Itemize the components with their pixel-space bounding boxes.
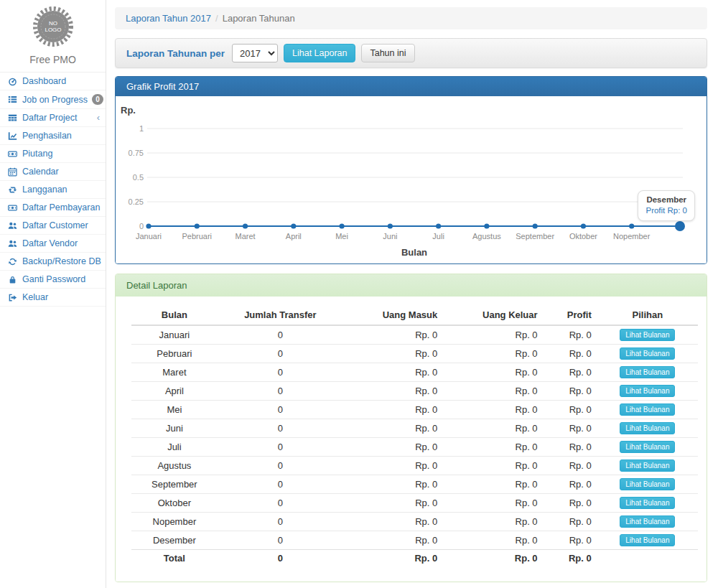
sign-out-icon	[7, 293, 18, 302]
count-badge: 0	[92, 94, 103, 105]
column-header-pilihan: Pilihan	[597, 305, 698, 325]
lihat-bulanan-button[interactable]: Lihat Bulanan	[620, 534, 675, 546]
sidebar-item-calendar[interactable]: Calendar	[0, 163, 106, 181]
cell-profit: Rp. 0	[544, 419, 597, 438]
profit-chart-panel: Grafik Profit 2017 Rp. Bulan Desember Pr…	[115, 76, 707, 264]
cell-pilihan: Lihat Bulanan	[597, 438, 698, 457]
data-point-september[interactable]	[533, 223, 538, 228]
sidebar-item-label: Calendar	[22, 167, 59, 177]
lihat-bulanan-button[interactable]: Lihat Bulanan	[620, 478, 675, 490]
data-point-oktober[interactable]	[581, 223, 586, 228]
cell-jumlah-transfer: 0	[218, 325, 343, 345]
sidebar-item-piutang[interactable]: Piutang	[0, 145, 106, 163]
tasks-list-icon	[7, 95, 18, 104]
lihat-bulanan-button[interactable]: Lihat Bulanan	[620, 459, 675, 472]
cell-profit: Rp. 0	[544, 401, 597, 419]
sidebar-item-daftar-project[interactable]: Daftar Project‹	[0, 109, 106, 127]
cell-uang-masuk: Rp. 0	[343, 513, 443, 531]
cell-jumlah-transfer: 0	[218, 475, 343, 494]
chevron-left-icon: ‹	[97, 114, 100, 121]
data-point-nopember[interactable]	[629, 223, 634, 228]
cell-profit: Rp. 0	[544, 363, 597, 382]
cell-uang-masuk: Rp. 0	[343, 363, 443, 382]
lihat-bulanan-button[interactable]: Lihat Bulanan	[620, 515, 675, 528]
breadcrumb-current: Laporan Tahunan	[223, 13, 295, 24]
cell-pilihan: Lihat Bulanan	[597, 494, 698, 513]
sidebar-item-label: Ganti Password	[22, 274, 85, 284]
users-icon	[7, 221, 18, 230]
lihat-laporan-button[interactable]: Lihat Laporan	[284, 44, 355, 62]
tahun-ini-button[interactable]: Tahun ini	[361, 44, 414, 62]
lihat-bulanan-button[interactable]: Lihat Bulanan	[620, 385, 675, 397]
cell-uang-keluar: Rp. 0	[443, 494, 543, 513]
sidebar-item-penghasilan[interactable]: Penghasilan	[0, 127, 106, 145]
cell-uang-masuk: Rp. 0	[343, 457, 443, 475]
cell-jumlah-transfer: 0	[218, 363, 343, 382]
total-cell-uang-masuk: Rp. 0	[343, 550, 443, 567]
breadcrumb-link-laporan-tahun[interactable]: Laporan Tahun 2017	[126, 13, 211, 24]
data-point-desember[interactable]	[675, 221, 685, 231]
y-axis-title: Rp.	[121, 105, 136, 116]
lihat-bulanan-button[interactable]: Lihat Bulanan	[620, 441, 675, 453]
cell-uang-masuk: Rp. 0	[343, 345, 443, 363]
sidebar-item-langganan[interactable]: Langganan	[0, 181, 106, 199]
line-chart-icon	[7, 131, 18, 141]
sidebar-item-backup-restore-db[interactable]: Backup/Restore DB	[0, 253, 106, 271]
sidebar-menu: DashboardJob on Progress0Daftar Project‹…	[0, 73, 106, 307]
cell-jumlah-transfer: 0	[218, 531, 343, 550]
table-row: Januari0Rp. 0Rp. 0Rp. 0Lihat Bulanan	[131, 325, 698, 345]
cell-bulan: Agustus	[131, 457, 218, 475]
lihat-bulanan-button[interactable]: Lihat Bulanan	[620, 366, 675, 378]
sidebar-item-ganti-password[interactable]: Ganti Password	[0, 271, 106, 289]
table-row: Maret0Rp. 0Rp. 0Rp. 0Lihat Bulanan	[131, 363, 698, 382]
table-row: Pebruari0Rp. 0Rp. 0Rp. 0Lihat Bulanan	[131, 345, 698, 363]
sidebar-item-daftar-pembayaran[interactable]: Daftar Pembayaran	[0, 199, 106, 217]
cell-profit: Rp. 0	[544, 475, 597, 494]
cell-pilihan: Lihat Bulanan	[597, 401, 698, 419]
data-point-mei[interactable]	[339, 223, 344, 228]
lihat-bulanan-button[interactable]: Lihat Bulanan	[620, 347, 675, 360]
cell-uang-keluar: Rp. 0	[443, 325, 543, 345]
cell-profit: Rp. 0	[544, 531, 597, 550]
cell-bulan: Desember	[131, 531, 218, 550]
cell-uang-masuk: Rp. 0	[343, 325, 443, 345]
sidebar-item-dashboard[interactable]: Dashboard	[0, 73, 106, 90]
lihat-bulanan-button[interactable]: Lihat Bulanan	[620, 497, 675, 509]
sidebar-item-job-on-progress[interactable]: Job on Progress0	[0, 90, 106, 109]
cell-bulan: Januari	[131, 325, 218, 345]
detail-panel-title: Detail Laporan	[116, 274, 707, 297]
cell-pilihan: Lihat Bulanan	[597, 345, 698, 363]
data-point-april[interactable]	[291, 223, 296, 228]
cell-jumlah-transfer: 0	[218, 401, 343, 419]
total-cell-pilihan	[597, 550, 698, 567]
data-point-pebruari[interactable]	[195, 223, 200, 228]
sidebar-item-daftar-vendor[interactable]: Daftar Vendor	[0, 235, 106, 253]
cell-pilihan: Lihat Bulanan	[597, 457, 698, 475]
y-tick-label: 0	[116, 222, 144, 230]
main-wrapper: NO LOGO Free PMO DashboardJob on Progres…	[0, 0, 718, 588]
sidebar-item-daftar-customer[interactable]: Daftar Customer	[0, 217, 106, 235]
cell-profit: Rp. 0	[544, 382, 597, 401]
cell-pilihan: Lihat Bulanan	[597, 513, 698, 531]
cell-profit: Rp. 0	[544, 513, 597, 531]
data-point-juni[interactable]	[388, 223, 393, 228]
lihat-bulanan-button[interactable]: Lihat Bulanan	[620, 329, 675, 341]
filter-label: Laporan Tahunan per	[126, 48, 225, 59]
data-point-juli[interactable]	[436, 223, 441, 228]
data-point-maret[interactable]	[243, 223, 248, 228]
profit-chart: Rp. Bulan Desember Profit Rp: 0 00.250.5…	[116, 96, 707, 263]
cell-jumlah-transfer: 0	[218, 382, 343, 401]
year-select[interactable]: 2017	[232, 44, 278, 62]
money-icon	[7, 203, 18, 213]
table-row: Agustus0Rp. 0Rp. 0Rp. 0Lihat Bulanan	[131, 457, 698, 475]
data-point-agustus[interactable]	[484, 223, 489, 228]
lihat-bulanan-button[interactable]: Lihat Bulanan	[620, 403, 675, 416]
lihat-bulanan-button[interactable]: Lihat Bulanan	[620, 422, 675, 434]
sidebar-item-label: Daftar Customer	[22, 220, 88, 230]
cell-uang-masuk: Rp. 0	[343, 438, 443, 457]
column-header-profit: Profit	[544, 305, 597, 325]
data-point-januari[interactable]	[146, 223, 151, 228]
dashboard-icon	[7, 77, 18, 86]
sidebar-item-keluar[interactable]: Keluar	[0, 289, 106, 307]
cell-uang-masuk: Rp. 0	[343, 475, 443, 494]
